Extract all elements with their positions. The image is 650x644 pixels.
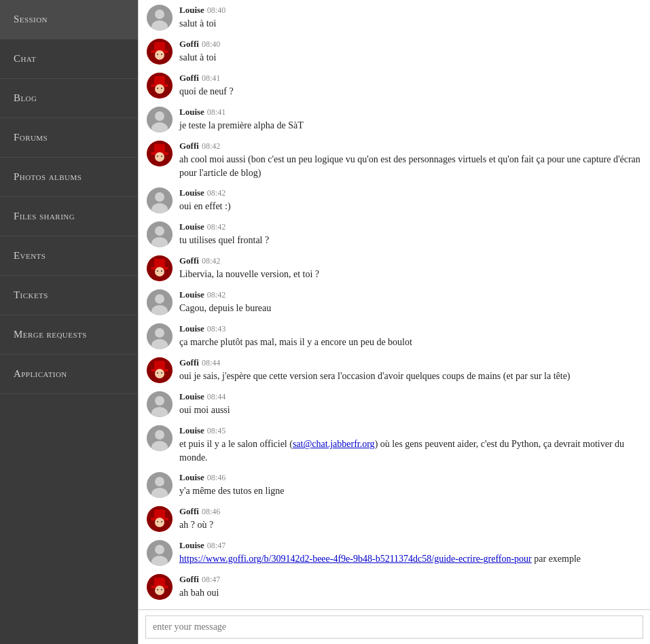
message-time: 08:47 [207,541,225,550]
message-time: 08:40 [202,39,220,49]
avatar [147,5,173,31]
message-time: 08:41 [202,73,220,83]
sidebar: SessionChatBlogForumsPhotos albumsFiles … [0,0,138,644]
message-row: Louise08:47https://www.goffi.org/b/30914… [139,536,650,570]
message-row: Louise08:44oui moi aussi [139,387,650,421]
message-time: 08:45 [207,426,225,435]
guide-link[interactable]: https://www.goffi.org/b/309142d2-beee-4f… [179,554,532,564]
sidebar-item-photos-albums[interactable]: Photos albums [0,158,138,197]
sidebar-item-files-sharing[interactable]: Files sharing [0,197,138,236]
message-content: Goffi08:47ah bah oui [179,574,642,600]
message-time: 08:41 [207,107,225,117]
main-content: Louise08:40salut à toi Goffi08:40salut à… [138,0,650,644]
svg-point-46 [157,372,158,374]
message-row: Goffi08:47ah bah oui [139,570,650,604]
message-row: Louise08:42oui en effet :) [139,183,650,217]
message-row: Goffi08:40salut à toi [139,35,650,69]
messages-list[interactable]: Louise08:40salut à toi Goffi08:40salut à… [139,0,650,609]
svg-point-37 [155,294,164,304]
sidebar-item-chat[interactable]: Chat [0,39,138,79]
message-author: Louise [179,221,204,232]
sidebar-item-session[interactable]: Session [0,0,138,39]
message-row: Goffi08:44oui je sais, j'espère que cett… [139,353,650,387]
svg-point-71 [161,589,162,590]
message-time: 08:44 [202,358,220,368]
svg-point-40 [155,328,164,338]
message-row: Louise08:43ça marche plutôt pas mal, mai… [139,319,650,353]
message-text: oui je sais, j'espère que cette version … [179,370,642,383]
message-row: Louise08:45et puis il y a le salon offic… [139,421,650,468]
avatar [147,391,173,417]
message-author: Louise [179,187,204,198]
chat-link[interactable]: sat@chat.jabberfr.org [293,439,375,449]
avatar [147,221,173,247]
avatar [147,425,173,451]
message-row: Goffi08:41quoi de neuf ? [139,69,650,103]
message-content: Goffi08:42ah cool moi aussi (bon c'est u… [179,141,642,179]
message-text: ah bah oui [179,586,642,600]
sidebar-item-forums[interactable]: Forums [0,118,138,158]
message-author: Goffi [179,39,199,49]
message-content: Louise08:42oui en effet :) [179,187,642,213]
message-text: salut à toi [179,51,642,65]
svg-point-35 [161,270,162,272]
message-content: Goffi08:42Libervia, la nouvelle version,… [179,255,642,281]
message-author: Louise [179,289,204,300]
sidebar-item-blog[interactable]: Blog [0,79,138,118]
svg-point-12 [155,84,164,94]
svg-point-16 [155,111,164,121]
message-text: tu utilises quel frontal ? [179,234,642,247]
message-row: Goffi08:42Libervia, la nouvelle version,… [139,251,650,285]
avatar [147,255,173,281]
svg-point-34 [157,270,158,272]
message-content: Louise08:43ça marche plutôt pas mal, mai… [179,323,642,349]
message-text: salut à toi [179,17,642,31]
message-text: ah cool moi aussi (bon c'est un peu logi… [179,153,642,179]
message-content: Louise08:42tu utilises quel frontal ? [179,221,642,247]
message-content: Louise08:45et puis il y a le salon offic… [179,425,642,464]
svg-point-70 [157,589,158,590]
sidebar-item-application[interactable]: Application [0,355,138,394]
sidebar-item-merge-requests[interactable]: Merge requests [0,315,138,355]
svg-rect-20 [154,144,165,154]
message-text: oui en effet :) [179,200,642,213]
svg-point-28 [155,226,164,236]
svg-point-60 [155,518,164,527]
message-time: 08:46 [207,473,225,482]
avatar [147,141,173,166]
message-text: Cagou, depuis le bureau [179,302,642,315]
sidebar-item-tickets[interactable]: Tickets [0,276,138,315]
message-content: Louise08:40salut à toi [179,5,642,31]
message-content: Goffi08:46ah ? où ? [179,506,642,532]
avatar [147,357,173,383]
svg-point-22 [157,156,158,157]
message-content: Louise08:46y'a même des tutos en ligne [179,472,642,498]
svg-point-7 [157,54,158,55]
svg-point-47 [161,372,162,374]
message-time: 08:42 [202,256,220,266]
message-input[interactable] [145,615,643,639]
message-author: Goffi [179,141,199,151]
message-author: Goffi [179,255,199,266]
message-text: ah ? où ? [179,518,642,532]
svg-rect-68 [154,577,165,587]
message-text: Libervia, la nouvelle version, et toi ? [179,268,642,281]
sidebar-item-events[interactable]: Events [0,236,138,276]
message-content: Louise08:42Cagou, depuis le bureau [179,289,642,315]
avatar [147,107,173,132]
message-content: Goffi08:44oui je sais, j'espère que cett… [179,357,642,383]
svg-point-49 [155,396,164,406]
svg-point-62 [161,521,162,522]
message-time: 08:40 [207,5,225,15]
svg-point-6 [155,50,164,60]
message-time: 08:42 [207,290,225,300]
message-author: Louise [179,391,204,401]
message-row: Louise08:40salut à toi [139,1,650,35]
message-row: Goffi08:46ah ? où ? [139,502,650,536]
svg-point-13 [157,88,158,89]
avatar [147,540,173,566]
message-row: Goffi08:42ah cool moi aussi (bon c'est u… [139,137,650,183]
avatar [147,472,173,498]
message-content: Louise08:47https://www.goffi.org/b/30914… [179,540,642,566]
message-author: Louise [179,107,204,117]
